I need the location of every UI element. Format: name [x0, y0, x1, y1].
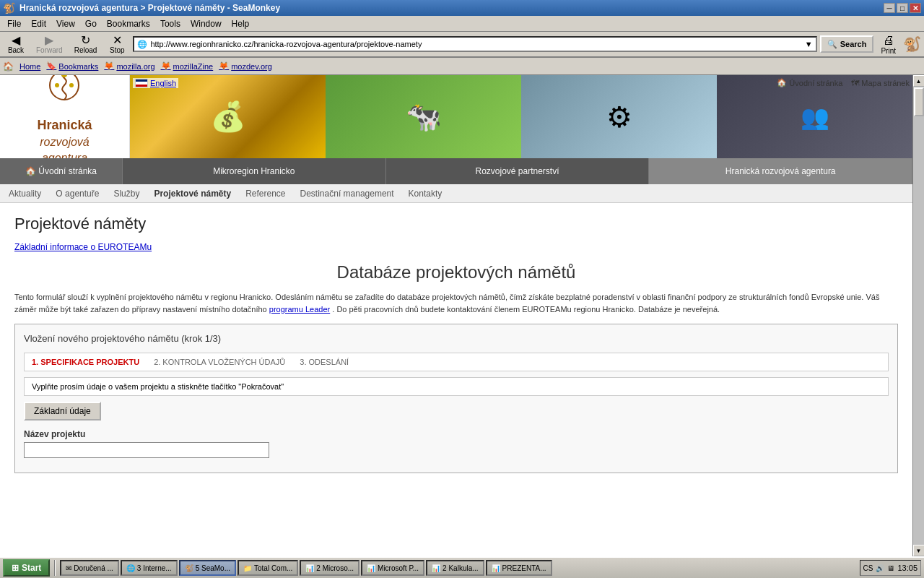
main-nav-tabs: 🏠 Úvodní stránka Mikroregion Hranicko Ro… [0, 158, 912, 184]
secnav-destinacni[interactable]: Destinační management [297, 187, 397, 200]
taskbar-icon-0: ✉ [66, 564, 71, 572]
menu-tools[interactable]: Tools [156, 17, 185, 30]
secnav-aktuality[interactable]: Aktuality [6, 187, 44, 200]
step-3: 3. ODESLÁNÍ [300, 358, 349, 366]
menu-help[interactable]: Help [227, 17, 254, 30]
forward-button[interactable]: ▶ Forward [32, 33, 67, 56]
english-link[interactable]: English [133, 78, 178, 88]
intro-text: Tento formulář slouží k vyplnění projekt… [14, 291, 898, 315]
window-controls[interactable]: ─ □ ✕ [884, 3, 921, 13]
form-box-title: Vložení nového projektového námětu (krok… [24, 333, 889, 344]
taskbar-item-7[interactable]: 📊 PREZENTA... [486, 560, 552, 576]
form-box: Vložení nového projektového námětu (krok… [14, 324, 898, 473]
close-button[interactable]: ✕ [910, 3, 921, 13]
start-button[interactable]: ⊞ Start [3, 559, 50, 577]
svg-point-1 [61, 75, 67, 77]
bookmark-bookmarks[interactable]: 🔖 Bookmarks [46, 61, 98, 71]
maximize-button[interactable]: □ [897, 3, 908, 13]
mozdev-icon: 🦊 [219, 61, 229, 71]
menu-go[interactable]: Go [81, 17, 101, 30]
titlebar-title: 🐒 Hranická rozvojová agentura > Projekto… [3, 2, 280, 14]
taskbar-icon-7: 📊 [492, 564, 500, 572]
print-button[interactable]: 🖨 Print [876, 33, 900, 56]
banner-cow: 🐄 [326, 75, 521, 158]
project-name-label: Název projektu [24, 429, 889, 439]
bookmarks-bar: 🏠 Home 🔖 Bookmarks 🦊 mozilla.org 🦊 mozil… [0, 58, 924, 75]
bookmark-home[interactable]: Home [19, 62, 40, 71]
euroteam-link[interactable]: Základní informace o EUROTEAMu [14, 242, 898, 252]
project-name-input[interactable] [24, 442, 269, 458]
taskbar-item-4[interactable]: 📊 2 Microso... [300, 560, 359, 576]
menu-view[interactable]: View [52, 17, 79, 30]
taskbar-item-1[interactable]: 🌐 3 Interne... [121, 560, 178, 576]
taskbar-item-5[interactable]: 📊 Microsoft P... [361, 560, 424, 576]
seamonkey-icon: 🐒 [903, 35, 921, 53]
taskbar-item-3[interactable]: 📁 Total Com... [237, 560, 298, 576]
secnav-projektove[interactable]: Projektové náměty [151, 187, 234, 200]
volume-icon: 🔊 [876, 564, 884, 572]
scroll-up-button[interactable]: ▲ [913, 75, 925, 87]
secnav-reference[interactable]: Reference [243, 187, 288, 200]
svg-point-3 [69, 83, 74, 87]
search-button[interactable]: 🔍 Search [820, 35, 874, 53]
taskbar-icon-1: 🌐 [126, 564, 135, 572]
bookmarks-icon: 🔖 [46, 61, 56, 71]
bookmark-mozdev[interactable]: 🦊 mozdev.org [219, 61, 272, 71]
windows-icon: ⊞ [12, 563, 19, 573]
scroll-thumb[interactable] [914, 87, 924, 116]
taskbar-item-6[interactable]: 📊 2 Kalkula... [426, 560, 484, 576]
tab-home[interactable]: 🏠 Úvodní stránka [0, 158, 123, 184]
minimize-button[interactable]: ─ [884, 3, 895, 13]
step-2: 2. KONTROLA VLOŽENÝCH ÚDAJŮ [154, 358, 285, 366]
dropdown-arrow-icon[interactable]: ▼ [805, 40, 813, 48]
menu-window[interactable]: Window [186, 17, 226, 30]
menu-bookmarks[interactable]: Bookmarks [103, 17, 154, 30]
address-bar[interactable]: 🌐 ▼ [133, 36, 816, 52]
url-input[interactable] [150, 40, 801, 48]
home-top-link[interactable]: 🏠 Úvodní stránka [777, 78, 842, 87]
search-icon: 🔍 [827, 40, 837, 49]
navbar: ◀ Back ▶ Forward ↻ Reload ✕ Stop 🌐 ▼ 🔍 S… [0, 32, 924, 58]
menu-file[interactable]: File [3, 17, 25, 30]
secondary-nav: Aktuality O agentuře Služby Projektové n… [0, 184, 912, 203]
stop-button[interactable]: ✕ Stop [104, 33, 130, 56]
bookmark-mozillazine[interactable]: 🦊 mozillaZine [161, 61, 214, 71]
menu-edit[interactable]: Edit [27, 17, 51, 30]
mozilla-icon: 🦊 [104, 61, 114, 71]
bookmark-mozilla-org[interactable]: 🦊 mozilla.org [104, 61, 154, 71]
sitemap-link[interactable]: 🗺 Mapa stránek [851, 78, 910, 87]
back-button[interactable]: ◀ Back [3, 33, 29, 56]
scrollbar: ▲ ▼ [912, 75, 924, 556]
taskbar-item-2[interactable]: 🐒 5 SeaMo... [179, 560, 236, 576]
site-top-nav: 🏠 Úvodní stránka 🗺 Mapa stránek [777, 78, 910, 87]
scroll-track[interactable] [913, 87, 925, 545]
home-small-icon: 🏠 [777, 78, 787, 87]
taskbar-icon-2: 🐒 [185, 564, 193, 572]
logo-icon [37, 75, 92, 113]
scroll-down-button[interactable]: ▼ [913, 545, 925, 556]
taskbar-separator [54, 560, 56, 576]
banner-windmill: ⚙ [521, 75, 717, 158]
steps-bar: 1. SPECIFIKACE PROJEKTU 2. KONTROLA VLOŽ… [24, 353, 889, 371]
banner-meeting: 👥 [717, 75, 912, 158]
secnav-kontakty[interactable]: Kontakty [406, 187, 445, 200]
content-area: Hranická rozvojová agentura English 🏠 Úv… [0, 75, 924, 556]
secnav-agenturu[interactable]: O agentuře [53, 187, 102, 200]
taskbar-icon-6: 📊 [432, 564, 440, 572]
svg-point-0 [50, 75, 79, 100]
svg-point-2 [55, 83, 59, 87]
tab-mikroregion[interactable]: Mikroregion Hranicko [123, 158, 386, 184]
mozillazine-icon: 🦊 [161, 61, 171, 71]
tab-rozvojove[interactable]: Rozvojové partnerství [386, 158, 650, 184]
basic-info-button[interactable]: Základní údaje [24, 402, 101, 420]
step-1: 1. SPECIFIKACE PROJEKTU [32, 358, 139, 366]
sitemap-icon: 🗺 [851, 79, 859, 87]
taskbar-item-0[interactable]: ✉ Doručená ... [60, 560, 118, 576]
uk-flag-icon [135, 79, 148, 87]
secnav-sluzby[interactable]: Služby [110, 187, 142, 200]
leader-link[interactable]: programu Leader [269, 305, 330, 314]
site-content: Hranická rozvojová agentura English 🏠 Úv… [0, 75, 912, 556]
tab-hranicka[interactable]: Hranická rozvojová agentura [649, 158, 912, 184]
reload-button[interactable]: ↻ Reload [70, 33, 102, 56]
lock-icon: 🌐 [137, 40, 147, 49]
